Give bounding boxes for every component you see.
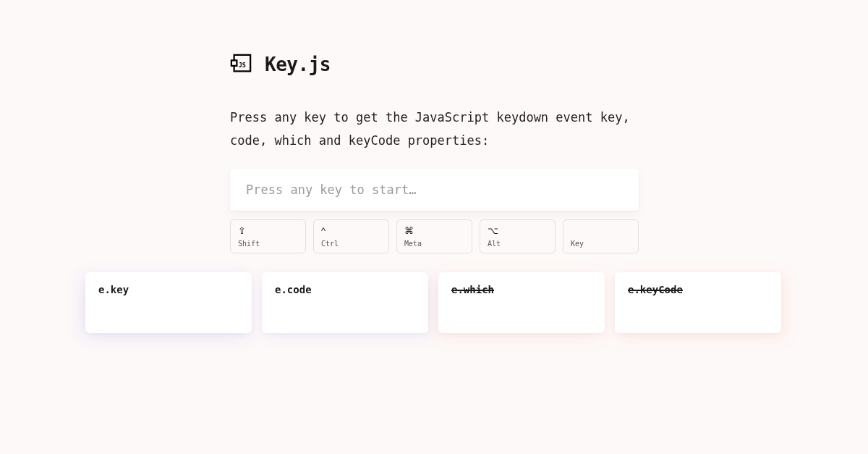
card-label: e.which xyxy=(451,284,592,295)
page-title: Key.js xyxy=(265,54,331,75)
description: Press any key to get the JavaScript keyd… xyxy=(230,106,635,153)
key-input[interactable] xyxy=(230,169,639,211)
modifier-key[interactable]: Key xyxy=(563,219,639,253)
modifier-label: Key xyxy=(571,240,631,248)
modifier-label: Ctrl xyxy=(321,240,381,248)
header: JS Key.js xyxy=(230,54,781,75)
svg-text:JS: JS xyxy=(239,62,246,69)
modifier-label: Shift xyxy=(238,240,298,248)
card-label: e.code xyxy=(275,284,415,295)
modifier-alt[interactable]: ⌥ Alt xyxy=(480,219,556,253)
modifier-meta[interactable]: ⌘ Meta xyxy=(396,219,472,253)
card-e-keycode: e.keyCode xyxy=(615,272,781,333)
option-icon: ⌥ xyxy=(488,226,548,236)
shift-icon: ⇧ xyxy=(238,226,298,236)
modifier-shift[interactable]: ⇧ Shift xyxy=(230,219,306,253)
key-icon xyxy=(571,226,631,236)
modifier-keys: ⇧ Shift ^ Ctrl ⌘ Meta ⌥ Alt Key xyxy=(230,219,781,253)
card-e-code: e.code xyxy=(262,272,428,333)
modifier-label: Meta xyxy=(404,240,464,248)
modifier-label: Alt xyxy=(488,240,548,248)
modifier-ctrl[interactable]: ^ Ctrl xyxy=(313,219,389,253)
ctrl-icon: ^ xyxy=(321,226,381,236)
property-cards: e.key e.code e.which e.keyCode xyxy=(85,272,781,333)
card-label: e.keyCode xyxy=(628,284,768,295)
card-label: e.key xyxy=(98,284,239,295)
input-wrapper xyxy=(230,169,639,211)
js-logo-icon: JS xyxy=(230,54,252,75)
command-icon: ⌘ xyxy=(404,226,464,236)
card-e-key: e.key xyxy=(85,272,252,333)
card-e-which: e.which xyxy=(438,272,605,333)
